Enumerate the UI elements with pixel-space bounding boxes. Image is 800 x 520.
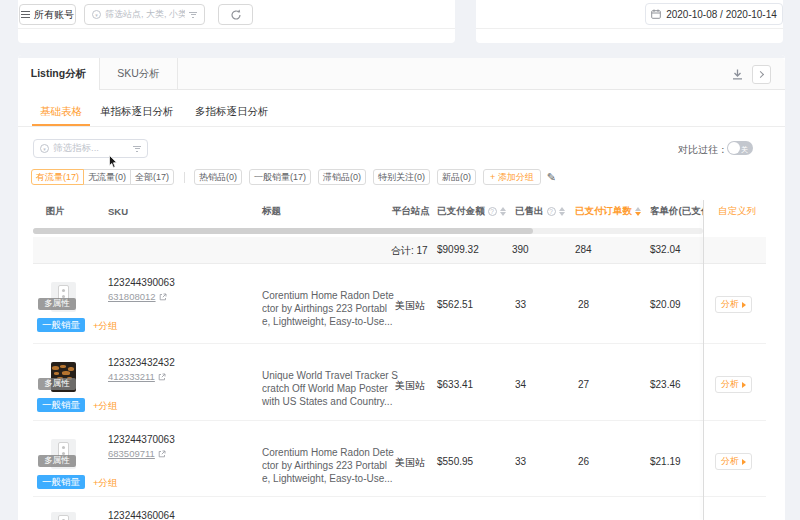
cell-paid-orders: 26 <box>578 456 589 467</box>
sales-level-badge: 一般销量 <box>37 398 85 412</box>
cell-site: 美国站 <box>395 379 425 393</box>
paid-amount-sort-icon[interactable] <box>500 207 506 216</box>
summary-row: 合计: 17 $9099.32 390 284 $32.04 <box>33 237 766 264</box>
compare-toggle[interactable]: 关 <box>727 141 753 155</box>
add-to-group-link[interactable]: +分组 <box>93 477 118 490</box>
paid-orders-sort-icon[interactable] <box>635 207 641 216</box>
date-range-picker[interactable]: 2020-10-08 / 2020-10-14 <box>645 3 783 25</box>
header-paid-orders[interactable]: 已支付订单数 <box>575 204 641 218</box>
metric-filter-input[interactable]: ▾ 筛选指标... <box>33 139 148 158</box>
toolbar-divider-left <box>18 28 455 29</box>
header-title: 标题 <box>262 204 281 218</box>
chip-no-traffic[interactable]: 无流量(0) <box>83 169 131 185</box>
multi-attribute-badge: 多属性 <box>38 455 76 467</box>
hamburger-icon <box>21 11 30 18</box>
cell-sold: 33 <box>515 299 526 310</box>
horizontal-scrollbar-thumb[interactable] <box>33 228 533 234</box>
cell-paid-amount: $633.41 <box>437 379 473 390</box>
toggle-knob <box>728 142 740 154</box>
calendar-icon <box>651 9 661 19</box>
pinned-column-divider <box>703 200 704 520</box>
table-row: 多属性 123244370063 683509711 一般销量 +分组 Core… <box>33 421 766 497</box>
external-link-icon <box>159 293 167 301</box>
analyze-arrow-icon <box>742 459 746 465</box>
table-row: 多属性 123323432432 412333211 一般销量 +分组 Uniq… <box>33 344 766 421</box>
header-paid-amount[interactable]: 已支付金额 ? <box>437 204 506 218</box>
toggle-state-label: 关 <box>741 145 748 155</box>
cell-sold: 34 <box>515 379 526 390</box>
refresh-icon <box>230 9 242 21</box>
tab-sku-analysis[interactable]: SKU分析 <box>100 58 178 90</box>
header-site: 平台站点 <box>392 204 430 218</box>
all-accounts-button[interactable]: 所有账号 <box>19 4 76 25</box>
sold-sort-icon[interactable] <box>559 207 565 216</box>
cell-paid-amount: $562.51 <box>437 299 473 310</box>
chip-special-watch[interactable]: 特别关注(0) <box>373 169 430 185</box>
chip-hot-sellers[interactable]: 热销品(0) <box>194 169 242 185</box>
filter-chip-row: 有流量(17) 无流量(0) 全部(17) 热销品(0) 一般销量(17) 滞销… <box>31 169 556 185</box>
analyze-button[interactable]: 分析 <box>715 376 752 393</box>
edit-groups-icon[interactable]: ✎ <box>547 171 556 184</box>
paid-amount-help-icon[interactable]: ? <box>488 207 497 216</box>
multi-attribute-badge: 多属性 <box>38 298 76 310</box>
add-to-group-link[interactable]: +分组 <box>93 320 118 333</box>
metric-filter-circle-icon: ▾ <box>40 144 49 153</box>
download-button[interactable] <box>729 66 746 83</box>
cell-site: 美国站 <box>395 456 425 470</box>
product-title: Unique World Travel Tracker Scratch Off … <box>262 369 402 408</box>
site-filter-input[interactable]: ▾ 筛选站点, 大类, 小类... <box>84 4 205 25</box>
funnel-icon <box>189 12 197 18</box>
listing-link[interactable]: 631808012 <box>108 291 167 302</box>
product-image[interactable] <box>51 512 76 520</box>
summary-label: 合计: 17 <box>391 244 428 258</box>
sold-help-icon[interactable]: ? <box>547 207 556 216</box>
product-title: Corentium Home Radon Detector by Airthin… <box>262 446 402 485</box>
metric-filter-placeholder: 筛选指标... <box>53 142 129 155</box>
header-custom-columns[interactable]: 自定义列 <box>718 204 756 218</box>
header-image: 图片 <box>43 204 67 218</box>
chip-normal-sales[interactable]: 一般销量(17) <box>249 169 311 185</box>
cell-unit-price: $23.46 <box>650 379 681 390</box>
date-range-text: 2020-10-08 / 2020-10-14 <box>666 9 777 20</box>
analyze-button[interactable]: 分析 <box>715 453 752 470</box>
refresh-button[interactable] <box>218 4 253 25</box>
site-filter-placeholder: 筛选站点, 大类, 小类... <box>105 8 185 21</box>
sku-text: 123244360064 <box>108 510 175 520</box>
summary-sold: 390 <box>512 244 529 255</box>
chip-all[interactable]: 全部(17) <box>130 169 174 185</box>
metric-funnel-icon <box>133 146 141 152</box>
cell-unit-price: $20.09 <box>650 299 681 310</box>
table-row: 多属性 123244390063 631808012 一般销量 +分组 Core… <box>33 264 766 344</box>
collapse-button[interactable] <box>752 65 771 84</box>
sku-text: 123244390063 <box>108 277 175 288</box>
header-sold[interactable]: 已售出 ? <box>515 204 565 218</box>
chip-has-traffic[interactable]: 有流量(17) <box>31 169 84 185</box>
analyze-button[interactable]: 分析 <box>715 296 752 313</box>
chip-slow-sellers[interactable]: 滞销品(0) <box>318 169 366 185</box>
subtab-basic-table[interactable]: 基础表格 <box>32 100 90 124</box>
external-link-icon <box>158 373 166 381</box>
download-icon <box>731 68 744 81</box>
mouse-cursor <box>109 155 118 168</box>
horizontal-scrollbar[interactable] <box>33 228 703 234</box>
tab-listing-analysis[interactable]: Listing分析 <box>18 58 100 90</box>
analysis-card: Listing分析 SKU分析 基础表格 单指标逐日分析 多指标逐日分析 ▾ 筛… <box>18 55 785 520</box>
sales-level-badge: 一般销量 <box>37 475 85 489</box>
analyze-arrow-icon <box>742 382 746 388</box>
header-unit-price: 客单价(已支付 <box>650 204 703 218</box>
all-accounts-label: 所有账号 <box>34 8 74 22</box>
subtab-single-metric[interactable]: 单指标逐日分析 <box>100 100 174 124</box>
table-row: 123244360064 <box>33 497 766 520</box>
listing-link[interactable]: 412333211 <box>108 371 166 382</box>
add-group-button[interactable]: + 添加分组 <box>483 169 541 185</box>
sku-text: 123244370063 <box>108 434 175 445</box>
sales-level-badge: 一般销量 <box>37 318 85 332</box>
external-link-icon <box>158 450 166 458</box>
add-to-group-link[interactable]: +分组 <box>93 400 118 413</box>
chip-new-products[interactable]: 新品(0) <box>437 169 476 185</box>
toolbar-divider-right <box>476 28 783 29</box>
listing-link[interactable]: 683509711 <box>108 448 166 459</box>
product-title: Corentium Home Radon Detector by Airthin… <box>262 289 402 328</box>
subtab-multi-metric[interactable]: 多指标逐日分析 <box>195 100 269 124</box>
subtab-divider <box>18 126 785 127</box>
